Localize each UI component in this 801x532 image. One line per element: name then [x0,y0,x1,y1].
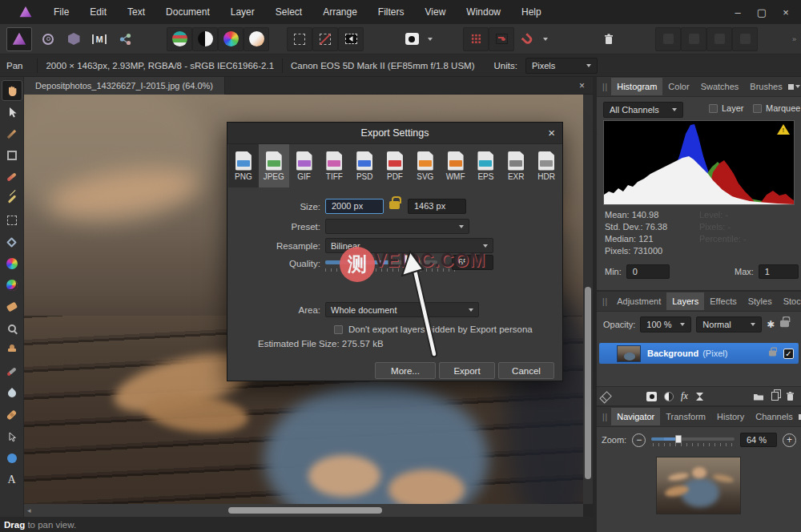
delete-layer-icon[interactable] [786,391,795,401]
checkbox-icon[interactable] [709,104,718,113]
format-tab-gif[interactable]: GIF [289,144,320,187]
panel-drag-handle[interactable]: || [599,297,611,306]
zoom-slider[interactable] [651,434,735,445]
view-hand-tool[interactable] [2,80,22,101]
layer-checkbox[interactable]: Layer [709,103,744,113]
layer-row-background[interactable]: Background (Pixel) ✓ [599,343,799,364]
menu-file[interactable]: File [43,3,79,21]
panel-menu-icon[interactable] [788,84,801,90]
tab-swatches[interactable]: Swatches [695,78,745,95]
vertical-scrollbar[interactable] [583,95,593,504]
liquify-persona-button[interactable] [35,27,61,51]
scroll-left-icon[interactable]: ◂ [24,506,31,514]
menu-help[interactable]: Help [511,3,552,21]
preset-dropdown[interactable] [325,219,469,234]
menu-select[interactable]: Select [265,3,312,21]
max-input[interactable]: 1 [759,264,799,279]
erase-brush-tool[interactable] [2,296,22,317]
cancel-button[interactable]: Cancel [498,362,554,379]
tab-stock[interactable]: Stock [778,292,801,310]
blend-mode-dropdown[interactable]: Normal [696,316,762,332]
flood-fill-tool[interactable] [2,232,22,252]
menu-document[interactable]: Document [155,3,220,21]
size-width-input[interactable]: 2000 px [325,199,384,214]
tab-styles[interactable]: Styles [743,292,778,310]
marquee-tool[interactable] [2,210,22,231]
panel-drag-handle[interactable]: || [599,83,611,91]
channels-dropdown[interactable]: All Channels [603,102,683,118]
format-tab-png[interactable]: PNG [228,144,259,187]
format-tab-eps[interactable]: EPS [471,144,501,187]
dialog-close-icon[interactable]: × [548,126,555,139]
tab-brushes[interactable]: Brushes [744,78,787,95]
photo-persona-button[interactable] [6,27,32,51]
hourglass-icon[interactable] [695,392,704,401]
clone-stamp-tool[interactable] [2,340,22,361]
paint-brush-tool[interactable] [2,275,22,296]
dodge-brush-tool[interactable] [2,318,22,339]
selection-brush-tool[interactable] [2,167,22,187]
adjustment-icon[interactable] [664,392,674,401]
more-button[interactable]: More... [375,362,436,379]
zoom-slider-thumb[interactable] [675,435,682,443]
menu-view[interactable]: View [415,3,457,21]
format-tab-pdf[interactable]: PDF [380,144,410,187]
gradient-tool[interactable] [2,253,22,274]
zoom-input[interactable]: 64 % [740,433,777,447]
flood-select-tool[interactable] [2,188,22,209]
lock-layer-icon[interactable] [779,320,790,329]
color-picker-tool[interactable] [2,123,22,144]
text-tool[interactable]: A [2,470,22,490]
assistant-button[interactable] [399,27,425,51]
folder-icon[interactable] [753,392,764,401]
healing-brush-tool[interactable] [2,405,22,425]
mixer-brush-tool[interactable] [2,361,22,382]
close-button[interactable]: × [775,3,796,21]
move-tool[interactable] [2,102,22,123]
navigator-thumbnail[interactable] [656,457,741,514]
tab-navigator[interactable]: Navigator [611,408,660,425]
tab-channels[interactable]: Channels [750,408,798,425]
checkbox-icon[interactable] [334,325,343,334]
tab-histogram[interactable]: Histogram [611,78,662,95]
auto-colours-button[interactable] [218,27,244,51]
crop-tool[interactable] [2,145,22,166]
gear-icon[interactable]: ✱ [767,319,775,330]
minimize-button[interactable]: – [727,3,748,21]
export-button[interactable]: Export [439,362,495,379]
magnet-caret-icon[interactable] [543,38,548,41]
format-tab-hdr[interactable]: HDR [531,144,562,187]
zoom-out-button[interactable]: − [632,433,646,447]
marquee-checkbox[interactable]: Marquee [753,103,800,113]
tab-adjustment[interactable]: Adjustment [611,292,666,310]
format-tab-tiff[interactable]: TIFF [319,144,349,187]
mask-icon[interactable] [646,392,657,401]
blur-brush-tool[interactable] [2,383,22,404]
opacity-dropdown[interactable]: 100 % [640,316,691,332]
develop-persona-button[interactable] [61,27,87,51]
panel-drag-handle[interactable]: || [599,413,611,421]
lock-aspect-icon[interactable] [389,201,400,209]
auto-levels-button[interactable] [167,27,192,51]
tone-map-persona-button[interactable]: M [87,27,112,51]
subtract-mode-button[interactable] [312,27,338,51]
format-tab-psd[interactable]: PSD [349,144,380,187]
horizontal-scroll-thumb[interactable] [228,507,382,514]
size-height-input[interactable]: 1463 px [408,199,466,214]
layer-visibility-checkbox[interactable]: ✓ [783,349,794,359]
warning-icon[interactable]: ! [777,124,790,135]
fx-icon[interactable]: fx [681,390,688,402]
document-tab[interactable]: Depositphotos_14326627_I-2015.jpg (64.0%… [24,77,225,95]
delete-button[interactable] [596,27,622,51]
node-tool[interactable] [2,426,22,447]
shape-tool[interactable] [2,448,22,469]
format-tab-exr[interactable]: EXR [501,144,531,187]
tab-color[interactable]: Color [662,78,694,95]
duplicate-icon[interactable] [771,392,779,401]
stack-icon[interactable] [603,393,610,400]
menu-filters[interactable]: Filters [368,3,415,21]
document-close-icon[interactable]: × [571,80,593,91]
menu-edit[interactable]: Edit [79,3,117,21]
auto-white-balance-button[interactable] [244,27,269,51]
zoom-in-button[interactable]: + [783,433,796,447]
